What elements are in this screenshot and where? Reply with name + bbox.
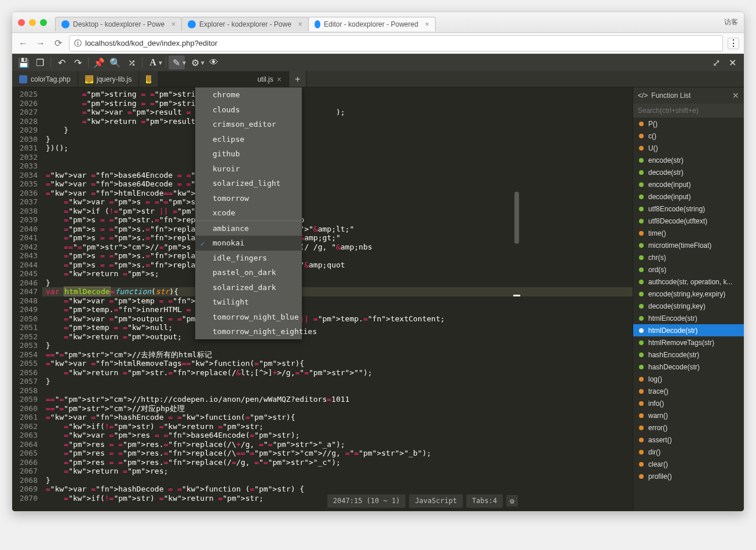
save-icon[interactable]: 💾 xyxy=(16,56,32,69)
theme-item-chrome[interactable]: chrome xyxy=(195,87,302,102)
function-item[interactable]: authcode(str, operation, k... xyxy=(633,276,744,288)
file-tab[interactable]: jquery-lib.js xyxy=(78,71,140,87)
favicon-icon xyxy=(188,20,196,28)
close-panel-icon[interactable]: ✕ xyxy=(724,56,740,69)
theme-item-eclipse[interactable]: eclipse xyxy=(195,132,302,147)
theme-item-solarized_light[interactable]: solarized_light xyxy=(195,176,302,191)
cursor-position[interactable]: 2047:15 (10 ~ 1) xyxy=(327,494,406,508)
bullet-icon xyxy=(639,158,644,163)
search-icon[interactable]: 🔍 xyxy=(107,56,123,69)
function-item[interactable]: clear() xyxy=(633,458,744,470)
file-tab[interactable]: util.js× xyxy=(159,71,289,87)
new-tab-button[interactable]: + xyxy=(289,71,306,87)
browser-tab[interactable]: Desktop - kodexplorer - Powe× xyxy=(55,17,182,31)
function-label: dir() xyxy=(648,448,660,456)
function-item[interactable]: P() xyxy=(633,118,744,130)
function-search-input[interactable] xyxy=(633,104,744,118)
bullet-icon xyxy=(639,255,644,260)
function-label: encode(str) xyxy=(648,156,684,164)
function-item[interactable]: ord(s) xyxy=(633,263,744,276)
file-tab[interactable]: colorTag.php xyxy=(12,71,78,87)
theme-item-clouds[interactable]: clouds xyxy=(195,102,302,118)
expand-icon[interactable]: ⤢ xyxy=(708,56,724,69)
function-item[interactable]: info() xyxy=(633,397,744,409)
function-item[interactable]: trace() xyxy=(633,385,744,397)
function-item[interactable]: microtime(timeFloat) xyxy=(633,239,744,251)
function-label: warn() xyxy=(648,412,668,420)
function-item[interactable]: decode(input) xyxy=(633,190,744,203)
function-item[interactable]: encode(input) xyxy=(633,178,744,190)
function-item[interactable]: htmlEncode(str) xyxy=(633,312,744,324)
file-tab[interactable] xyxy=(139,71,159,87)
theme-item-tomorrow_night_blue[interactable]: tomorrow_night_blue xyxy=(195,310,302,325)
window-max-btn[interactable] xyxy=(40,19,47,26)
theme-item-idle_fingers[interactable]: idle_fingers xyxy=(195,251,302,266)
back-button[interactable]: ← xyxy=(17,37,30,50)
pin-icon[interactable]: 📌 xyxy=(91,56,107,69)
function-item[interactable]: chr(s) xyxy=(633,251,744,263)
window-close-btn[interactable] xyxy=(18,19,25,26)
scroll-marker xyxy=(513,295,520,296)
function-item[interactable]: htmlRemoveTags(str) xyxy=(633,336,744,349)
tab-size[interactable]: Tabs:4 xyxy=(466,494,503,508)
forward-button[interactable]: → xyxy=(34,37,47,50)
bullet-icon xyxy=(639,365,644,369)
theme-item-kuroir[interactable]: kuroir xyxy=(195,162,302,177)
copy-icon[interactable]: ❐ xyxy=(32,56,48,69)
language-mode[interactable]: JavaScript xyxy=(409,494,462,508)
function-item[interactable]: hashDecode(str) xyxy=(633,361,744,373)
reload-button[interactable]: ⟳ xyxy=(52,37,64,50)
theme-item-tomorrow[interactable]: tomorrow xyxy=(195,191,302,206)
function-item[interactable]: U() xyxy=(633,142,744,154)
function-label: microtime(timeFloat) xyxy=(648,241,711,250)
close-icon[interactable]: × xyxy=(277,75,282,84)
settings-icon[interactable]: ⚙ xyxy=(506,495,518,507)
code-editor[interactable]: 2025202620272028202920302031203220332034… xyxy=(12,87,633,511)
theme-item-pastel_on_dark[interactable]: pastel_on_dark xyxy=(195,265,302,280)
close-icon[interactable]: × xyxy=(298,20,302,28)
scroll-thumb[interactable] xyxy=(514,192,519,244)
close-icon[interactable]: × xyxy=(171,20,176,28)
guest-label[interactable]: 访客 xyxy=(724,17,738,27)
function-list[interactable]: P()c()U()encode(str)decode(str)encode(in… xyxy=(633,118,744,511)
undo-icon[interactable]: ↶ xyxy=(53,56,70,69)
function-item[interactable]: log() xyxy=(633,373,744,385)
theme-item-tomorrow_night_eighties[interactable]: tomorrow_night_eighties xyxy=(195,324,302,339)
function-item[interactable]: utf8Encode(string) xyxy=(633,203,744,215)
url-input[interactable]: ⓘ localhost/kod/kod_dev/index.php?editor xyxy=(69,35,723,52)
close-icon[interactable]: ✕ xyxy=(732,91,739,100)
browser-menu-button[interactable]: ⋮ xyxy=(728,38,739,49)
theme-item-github[interactable]: github xyxy=(195,146,302,162)
code-area[interactable]: ="pm">string = ="pm">string.="fn">rep ="… xyxy=(42,87,633,511)
theme-item-xcode[interactable]: xcode xyxy=(195,206,302,221)
theme-item-crimson_editor[interactable]: crimson_editor xyxy=(195,117,302,132)
function-item[interactable]: encode(str) xyxy=(633,154,744,166)
theme-item-twilight[interactable]: twilight xyxy=(195,295,302,310)
function-item[interactable]: dir() xyxy=(633,446,744,458)
browser-tab[interactable]: Explorer - kodexplorer - Powe× xyxy=(181,17,309,31)
scrollbar[interactable] xyxy=(513,87,520,511)
theme-item-solarized_dark[interactable]: solarized_dark xyxy=(195,280,302,295)
theme-item-monokai[interactable]: ✓monokai xyxy=(195,236,302,251)
function-label: htmlRemoveTags(str) xyxy=(648,339,714,347)
window-min-btn[interactable] xyxy=(29,19,36,26)
function-item[interactable]: error() xyxy=(633,421,744,434)
function-item[interactable]: encode(string,key,expiry) xyxy=(633,288,744,300)
function-item[interactable]: profile() xyxy=(633,470,744,482)
theme-item-ambiance[interactable]: ambiance xyxy=(195,221,302,236)
function-item[interactable]: decode(str) xyxy=(633,166,744,178)
browser-tab[interactable]: Editor - kodexplorer - Powered× xyxy=(308,17,436,31)
function-item[interactable]: decode(string,key) xyxy=(633,300,744,312)
function-item[interactable]: c() xyxy=(633,130,744,142)
function-item[interactable]: time() xyxy=(633,227,744,239)
shuffle-icon[interactable]: ⤮ xyxy=(123,56,140,69)
redo-icon[interactable]: ↷ xyxy=(70,56,86,69)
function-item[interactable]: hashEncode(str) xyxy=(633,349,744,361)
close-icon[interactable]: × xyxy=(425,20,429,28)
function-item[interactable]: assert() xyxy=(633,434,744,446)
function-item[interactable]: warn() xyxy=(633,409,744,421)
preview-icon[interactable]: 👁 xyxy=(206,56,222,69)
function-item[interactable]: utf8Decode(utftext) xyxy=(633,215,744,227)
function-item[interactable]: htmlDecode(str) xyxy=(633,324,744,336)
info-icon: ⓘ xyxy=(74,38,82,49)
